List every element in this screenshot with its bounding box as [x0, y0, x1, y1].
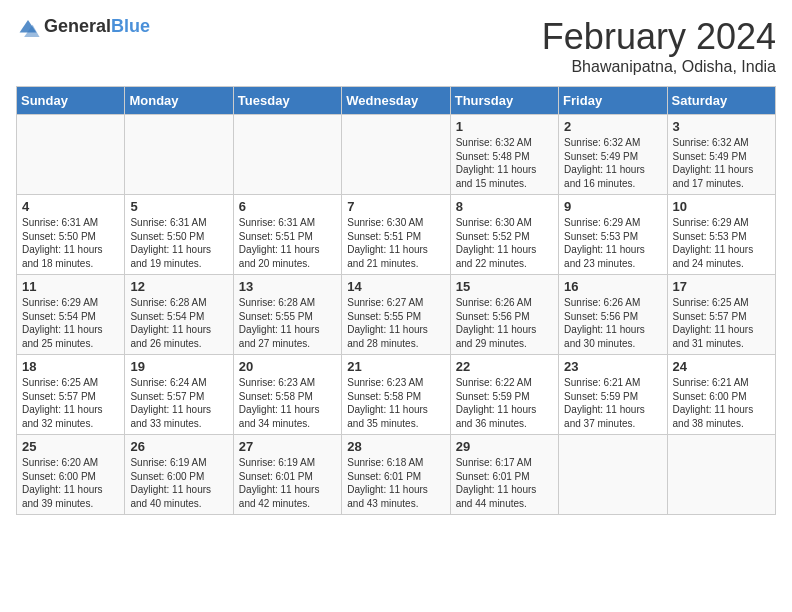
logo-general: General	[44, 16, 111, 36]
col-header-thursday: Thursday	[450, 87, 558, 115]
day-number: 28	[347, 439, 444, 454]
day-number: 6	[239, 199, 336, 214]
week-row-2: 4Sunrise: 6:31 AMSunset: 5:50 PMDaylight…	[17, 195, 776, 275]
week-row-3: 11Sunrise: 6:29 AMSunset: 5:54 PMDayligh…	[17, 275, 776, 355]
day-cell: 19Sunrise: 6:24 AMSunset: 5:57 PMDayligh…	[125, 355, 233, 435]
day-info: Sunrise: 6:23 AMSunset: 5:58 PMDaylight:…	[239, 376, 336, 430]
week-row-1: 1Sunrise: 6:32 AMSunset: 5:48 PMDaylight…	[17, 115, 776, 195]
day-info: Sunrise: 6:28 AMSunset: 5:55 PMDaylight:…	[239, 296, 336, 350]
day-cell: 28Sunrise: 6:18 AMSunset: 6:01 PMDayligh…	[342, 435, 450, 515]
day-info: Sunrise: 6:19 AMSunset: 6:01 PMDaylight:…	[239, 456, 336, 510]
day-number: 24	[673, 359, 770, 374]
col-header-saturday: Saturday	[667, 87, 775, 115]
day-cell	[17, 115, 125, 195]
day-number: 16	[564, 279, 661, 294]
logo: GeneralBlue	[16, 16, 150, 37]
day-info: Sunrise: 6:31 AMSunset: 5:50 PMDaylight:…	[130, 216, 227, 270]
day-cell: 5Sunrise: 6:31 AMSunset: 5:50 PMDaylight…	[125, 195, 233, 275]
day-info: Sunrise: 6:32 AMSunset: 5:49 PMDaylight:…	[673, 136, 770, 190]
col-header-sunday: Sunday	[17, 87, 125, 115]
calendar-title: February 2024	[542, 16, 776, 58]
day-number: 3	[673, 119, 770, 134]
day-number: 20	[239, 359, 336, 374]
week-row-5: 25Sunrise: 6:20 AMSunset: 6:00 PMDayligh…	[17, 435, 776, 515]
day-cell: 13Sunrise: 6:28 AMSunset: 5:55 PMDayligh…	[233, 275, 341, 355]
day-number: 15	[456, 279, 553, 294]
day-cell: 14Sunrise: 6:27 AMSunset: 5:55 PMDayligh…	[342, 275, 450, 355]
header-row: SundayMondayTuesdayWednesdayThursdayFrid…	[17, 87, 776, 115]
day-info: Sunrise: 6:25 AMSunset: 5:57 PMDaylight:…	[22, 376, 119, 430]
day-number: 7	[347, 199, 444, 214]
col-header-friday: Friday	[559, 87, 667, 115]
day-cell: 3Sunrise: 6:32 AMSunset: 5:49 PMDaylight…	[667, 115, 775, 195]
day-info: Sunrise: 6:31 AMSunset: 5:51 PMDaylight:…	[239, 216, 336, 270]
day-number: 19	[130, 359, 227, 374]
day-cell: 25Sunrise: 6:20 AMSunset: 6:00 PMDayligh…	[17, 435, 125, 515]
day-cell: 6Sunrise: 6:31 AMSunset: 5:51 PMDaylight…	[233, 195, 341, 275]
day-cell: 22Sunrise: 6:22 AMSunset: 5:59 PMDayligh…	[450, 355, 558, 435]
day-number: 1	[456, 119, 553, 134]
day-number: 11	[22, 279, 119, 294]
day-number: 14	[347, 279, 444, 294]
calendar-table: SundayMondayTuesdayWednesdayThursdayFrid…	[16, 86, 776, 515]
day-cell: 27Sunrise: 6:19 AMSunset: 6:01 PMDayligh…	[233, 435, 341, 515]
day-number: 27	[239, 439, 336, 454]
day-cell: 2Sunrise: 6:32 AMSunset: 5:49 PMDaylight…	[559, 115, 667, 195]
day-info: Sunrise: 6:20 AMSunset: 6:00 PMDaylight:…	[22, 456, 119, 510]
day-info: Sunrise: 6:29 AMSunset: 5:54 PMDaylight:…	[22, 296, 119, 350]
col-header-monday: Monday	[125, 87, 233, 115]
day-number: 5	[130, 199, 227, 214]
day-cell: 10Sunrise: 6:29 AMSunset: 5:53 PMDayligh…	[667, 195, 775, 275]
day-info: Sunrise: 6:26 AMSunset: 5:56 PMDaylight:…	[456, 296, 553, 350]
day-number: 12	[130, 279, 227, 294]
logo-icon	[16, 17, 40, 37]
day-info: Sunrise: 6:21 AMSunset: 6:00 PMDaylight:…	[673, 376, 770, 430]
day-cell	[125, 115, 233, 195]
title-area: February 2024 Bhawanipatna, Odisha, Indi…	[542, 16, 776, 76]
day-number: 10	[673, 199, 770, 214]
day-info: Sunrise: 6:25 AMSunset: 5:57 PMDaylight:…	[673, 296, 770, 350]
day-info: Sunrise: 6:27 AMSunset: 5:55 PMDaylight:…	[347, 296, 444, 350]
day-cell: 24Sunrise: 6:21 AMSunset: 6:00 PMDayligh…	[667, 355, 775, 435]
day-cell: 4Sunrise: 6:31 AMSunset: 5:50 PMDaylight…	[17, 195, 125, 275]
day-cell: 11Sunrise: 6:29 AMSunset: 5:54 PMDayligh…	[17, 275, 125, 355]
day-info: Sunrise: 6:21 AMSunset: 5:59 PMDaylight:…	[564, 376, 661, 430]
day-number: 2	[564, 119, 661, 134]
day-cell: 12Sunrise: 6:28 AMSunset: 5:54 PMDayligh…	[125, 275, 233, 355]
day-cell: 23Sunrise: 6:21 AMSunset: 5:59 PMDayligh…	[559, 355, 667, 435]
day-number: 18	[22, 359, 119, 374]
day-cell: 29Sunrise: 6:17 AMSunset: 6:01 PMDayligh…	[450, 435, 558, 515]
day-cell	[559, 435, 667, 515]
week-row-4: 18Sunrise: 6:25 AMSunset: 5:57 PMDayligh…	[17, 355, 776, 435]
day-cell: 15Sunrise: 6:26 AMSunset: 5:56 PMDayligh…	[450, 275, 558, 355]
day-cell: 16Sunrise: 6:26 AMSunset: 5:56 PMDayligh…	[559, 275, 667, 355]
day-number: 8	[456, 199, 553, 214]
day-info: Sunrise: 6:18 AMSunset: 6:01 PMDaylight:…	[347, 456, 444, 510]
calendar-subtitle: Bhawanipatna, Odisha, India	[542, 58, 776, 76]
day-info: Sunrise: 6:24 AMSunset: 5:57 PMDaylight:…	[130, 376, 227, 430]
day-number: 13	[239, 279, 336, 294]
day-number: 9	[564, 199, 661, 214]
day-number: 22	[456, 359, 553, 374]
day-info: Sunrise: 6:17 AMSunset: 6:01 PMDaylight:…	[456, 456, 553, 510]
day-info: Sunrise: 6:29 AMSunset: 5:53 PMDaylight:…	[564, 216, 661, 270]
day-number: 23	[564, 359, 661, 374]
day-info: Sunrise: 6:30 AMSunset: 5:52 PMDaylight:…	[456, 216, 553, 270]
day-number: 25	[22, 439, 119, 454]
day-number: 4	[22, 199, 119, 214]
day-info: Sunrise: 6:26 AMSunset: 5:56 PMDaylight:…	[564, 296, 661, 350]
header: GeneralBlue February 2024 Bhawanipatna, …	[16, 16, 776, 76]
day-info: Sunrise: 6:30 AMSunset: 5:51 PMDaylight:…	[347, 216, 444, 270]
col-header-tuesday: Tuesday	[233, 87, 341, 115]
day-info: Sunrise: 6:19 AMSunset: 6:00 PMDaylight:…	[130, 456, 227, 510]
day-cell	[233, 115, 341, 195]
day-info: Sunrise: 6:23 AMSunset: 5:58 PMDaylight:…	[347, 376, 444, 430]
day-cell	[667, 435, 775, 515]
day-info: Sunrise: 6:32 AMSunset: 5:49 PMDaylight:…	[564, 136, 661, 190]
day-cell: 20Sunrise: 6:23 AMSunset: 5:58 PMDayligh…	[233, 355, 341, 435]
day-info: Sunrise: 6:22 AMSunset: 5:59 PMDaylight:…	[456, 376, 553, 430]
day-number: 21	[347, 359, 444, 374]
day-cell: 18Sunrise: 6:25 AMSunset: 5:57 PMDayligh…	[17, 355, 125, 435]
day-number: 17	[673, 279, 770, 294]
logo-blue: Blue	[111, 16, 150, 36]
